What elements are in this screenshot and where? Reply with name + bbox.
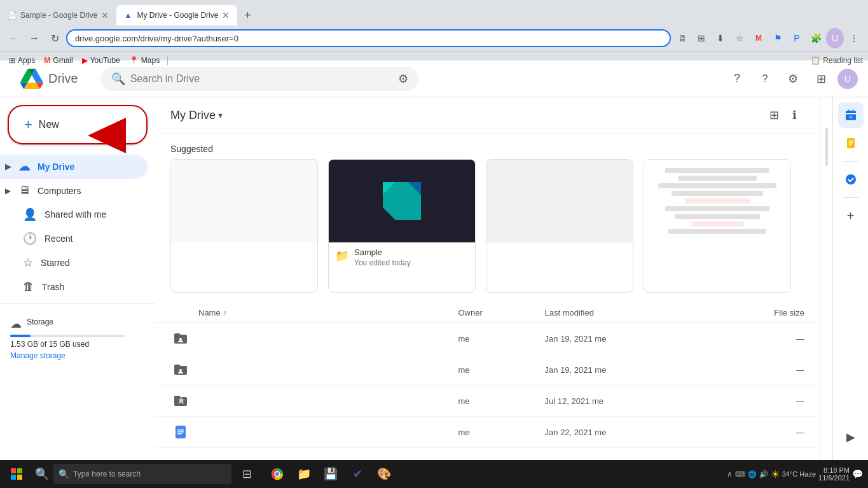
app-layout: + New ▶ ☁ My Drive ▶ 🖥 Computers 👤 Share… xyxy=(0,97,868,460)
file-row-3[interactable]: me Jul 12, 2021 me — xyxy=(155,386,820,417)
keep-btn[interactable] xyxy=(838,130,864,156)
translate-icon[interactable]: ⚑ xyxy=(769,29,787,47)
toolbar-icons: 🖥 ⊞ ⬇ ☆ M ⚑ P 🧩 U ⋮ xyxy=(673,29,863,47)
file-owner-4: me xyxy=(458,428,544,437)
calendar-btn[interactable]: 31 xyxy=(838,102,864,128)
extensions-icon[interactable]: 🧩 xyxy=(807,29,825,47)
sample-file-icon: 📁 xyxy=(335,249,349,263)
my-drive-icon: ☁ xyxy=(18,160,30,174)
files-taskbar-icon[interactable]: 📁 xyxy=(291,460,317,488)
user-avatar-header[interactable]: U xyxy=(837,69,858,89)
reload-button[interactable]: ↻ xyxy=(46,29,64,47)
file-icon-4 xyxy=(170,422,191,442)
tasks-taskbar-icon[interactable]: ✔ xyxy=(345,460,370,488)
tab-search-icon[interactable]: ⊞ xyxy=(692,29,710,47)
tab-favicon-sample: 📄 xyxy=(8,11,17,20)
expand-right-btn[interactable]: ▶ xyxy=(838,424,864,450)
scrollbar-thumb[interactable] xyxy=(825,128,828,166)
sidebar-item-my-drive[interactable]: ▶ ☁ My Drive xyxy=(0,155,148,179)
my-drive-label: My Drive xyxy=(38,162,74,172)
grid-view-btn[interactable]: ⊞ xyxy=(764,105,784,125)
back-button[interactable]: ← xyxy=(5,29,23,47)
tasks-btn[interactable] xyxy=(838,167,864,192)
start-button[interactable] xyxy=(3,460,31,488)
owner-header-label: Owner xyxy=(458,308,482,317)
search-options-icon[interactable]: ⚙ xyxy=(398,72,408,86)
sun-icon: ☀ xyxy=(771,468,780,480)
apps-grid-icon[interactable]: ⊞ xyxy=(809,67,832,90)
profile-icon[interactable]: P xyxy=(788,29,806,47)
manage-storage-link[interactable]: Manage storage xyxy=(10,351,145,360)
card-details-sample: Sample You edited today xyxy=(354,247,469,267)
forward-button[interactable]: → xyxy=(25,29,43,47)
support-icon[interactable]: ? xyxy=(754,67,776,90)
network-icon[interactable]: 🌐 xyxy=(748,470,757,478)
suggested-card-1[interactable] xyxy=(170,159,318,293)
svg-rect-11 xyxy=(848,109,850,112)
paint-taskbar-icon[interactable]: 🎨 xyxy=(371,460,397,488)
shared-icon: 👤 xyxy=(23,207,37,221)
menu-icon[interactable]: ⋮ xyxy=(845,29,863,47)
tab-sample[interactable]: 📄 Sample - Google Drive ✕ xyxy=(0,5,116,25)
card-info-4 xyxy=(644,242,790,253)
folder-shared-icon-1 xyxy=(173,331,188,346)
taskbar-time[interactable]: 8:18 PM 11/6/2021 xyxy=(818,466,850,482)
search-taskbar-btn[interactable]: 🔍 xyxy=(33,460,51,488)
help-circle-icon[interactable]: ? xyxy=(726,67,748,90)
tray-up-icon[interactable]: ∧ xyxy=(727,470,733,478)
my-drive-dropdown-icon[interactable]: ▾ xyxy=(218,110,223,120)
sidebar-item-starred[interactable]: ☆ Starred xyxy=(0,251,148,275)
tab-close-mydrive[interactable]: ✕ xyxy=(222,10,230,20)
file-icon-1 xyxy=(170,328,191,349)
trash-label: Trash xyxy=(42,282,64,292)
recent-icon: 🕐 xyxy=(23,232,37,246)
user-avatar[interactable]: U xyxy=(826,29,844,47)
suggested-card-sample[interactable]: 📁 Sample You edited today xyxy=(328,159,476,293)
tab-close-sample[interactable]: ✕ xyxy=(101,10,109,20)
storage-icon: ☁ xyxy=(10,317,22,331)
sidebar-item-recent[interactable]: 🕐 Recent xyxy=(0,227,148,251)
sidebar-item-computers[interactable]: ▶ 🖥 Computers xyxy=(0,179,148,202)
cast-icon[interactable]: 🖥 xyxy=(673,29,691,47)
taskview-btn[interactable]: ⊟ xyxy=(234,460,259,488)
file-row-4[interactable]: me Jan 22, 2021 me — xyxy=(155,417,820,448)
address-input[interactable] xyxy=(66,29,671,47)
file-owner-3: me xyxy=(458,396,544,406)
store-taskbar-icon[interactable]: 💾 xyxy=(318,460,343,488)
search-box[interactable]: 🔍 ⚙ xyxy=(101,67,418,91)
search-input[interactable] xyxy=(130,73,393,85)
svg-rect-21 xyxy=(11,475,16,480)
suggested-section: Suggested xyxy=(155,134,820,303)
size-header-label: File size xyxy=(774,308,804,317)
new-tab-button[interactable]: + xyxy=(237,5,258,25)
volume-icon[interactable]: 🔊 xyxy=(759,470,768,478)
file-owner-1: me xyxy=(458,334,544,344)
new-button[interactable]: + New xyxy=(8,105,148,144)
file-row-2[interactable]: me Jan 19, 2021 me — xyxy=(155,354,820,386)
notification-icon[interactable]: 💬 xyxy=(852,469,863,479)
add-app-btn[interactable]: + xyxy=(838,203,864,228)
info-btn[interactable]: ℹ xyxy=(784,105,804,125)
download-icon[interactable]: ⬇ xyxy=(712,29,729,47)
settings-icon[interactable]: ⚙ xyxy=(782,67,804,90)
time-display: 8:18 PM xyxy=(818,466,850,474)
file-modified-1: Jan 19, 2021 me xyxy=(545,334,718,344)
suggested-card-4[interactable] xyxy=(644,159,791,293)
right-sidebar-divider xyxy=(843,161,858,162)
gmail-icon[interactable]: M xyxy=(750,29,768,47)
col-modified-header: Last modified xyxy=(545,308,718,317)
col-name-header[interactable]: Name ↑ xyxy=(198,308,458,317)
suggested-grid: 📁 Sample You edited today xyxy=(155,159,820,303)
taskbar-search-box[interactable]: 🔍 Type here to search xyxy=(53,464,231,484)
drive-logo-svg xyxy=(20,67,43,90)
card-info-sample: 📁 Sample You edited today xyxy=(329,242,475,272)
suggested-card-3[interactable] xyxy=(486,159,633,293)
sidebar-item-trash[interactable]: 🗑 Trash xyxy=(0,275,148,298)
sidebar-item-shared[interactable]: 👤 Shared with me xyxy=(0,202,148,227)
svg-rect-6 xyxy=(177,429,184,431)
tab-mydrive[interactable]: ▲ My Drive - Google Drive ✕ xyxy=(116,5,237,25)
chrome-taskbar-icon[interactable] xyxy=(265,460,290,488)
keyboard-icon[interactable]: ⌨ xyxy=(735,470,745,478)
file-row-1[interactable]: me Jan 19, 2021 me — xyxy=(155,323,820,354)
bookmark-star-icon[interactable]: ☆ xyxy=(731,29,748,47)
